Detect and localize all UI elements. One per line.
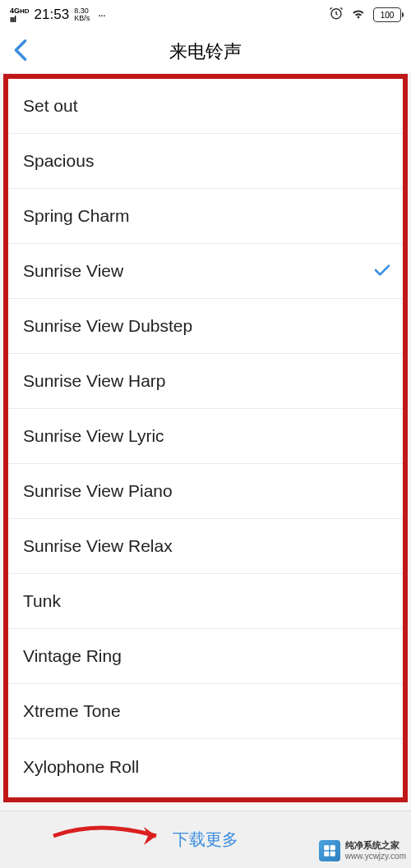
ringtone-item[interactable]: Sunrise View Harp <box>8 354 403 409</box>
ringtone-label: Set out <box>23 96 78 116</box>
ringtone-item[interactable]: Vintage Ring <box>8 629 403 684</box>
ringtone-item[interactable]: Spring Charm <box>8 189 403 244</box>
ringtone-label: Tunk <box>23 591 61 611</box>
ringtone-label: Sunrise View Dubstep <box>23 316 192 336</box>
ringtone-item[interactable]: Sunrise View Lyric <box>8 409 403 464</box>
watermark-text: 纯净系统之家 www.ycwjzy.com <box>345 840 406 861</box>
ringtone-item[interactable]: Sunrise View Dubstep <box>8 299 403 354</box>
nav-bar: 来电铃声 <box>0 30 411 74</box>
more-dots: ··· <box>98 8 105 21</box>
status-right: 100 <box>329 6 401 24</box>
watermark: 纯净系统之家 www.ycwjzy.com <box>319 840 406 861</box>
network-speed: 8.30 KB/s <box>74 7 90 22</box>
download-more-button[interactable]: 下载更多 <box>173 829 238 851</box>
ringtone-item[interactable]: Sunrise View Relax <box>8 519 403 574</box>
ringtone-item[interactable]: Sunrise View Piano <box>8 464 403 519</box>
battery-indicator: 100 <box>373 7 401 22</box>
status-left: 4GHD ıııl 21:53 8.30 KB/s ··· <box>10 6 105 24</box>
ringtone-item[interactable]: Sunrise View <box>8 244 403 299</box>
ringtone-label: Spring Charm <box>23 206 130 226</box>
ringtone-label: Xtreme Tone <box>23 701 121 721</box>
svg-rect-5 <box>330 852 335 857</box>
watermark-logo-icon <box>319 840 340 861</box>
ringtone-item[interactable]: Xylophone Roll <box>8 739 403 794</box>
ringtone-label: Spacious <box>23 151 94 171</box>
page-title: 来电铃声 <box>169 39 242 64</box>
back-button[interactable] <box>13 39 28 65</box>
highlighted-content-area: Set outSpaciousSpring CharmSunrise ViewS… <box>3 74 408 802</box>
ringtone-label: Sunrise View Relax <box>23 536 173 556</box>
svg-rect-4 <box>324 852 329 857</box>
wifi-icon <box>350 7 367 23</box>
clock-time: 21:53 <box>35 7 70 23</box>
signal-indicator: 4GHD ıııl <box>10 6 30 24</box>
ringtone-item[interactable]: Xtreme Tone <box>8 684 403 739</box>
alarm-icon <box>329 6 344 24</box>
ringtone-label: Xylophone Roll <box>23 757 139 777</box>
ringtone-list[interactable]: Set outSpaciousSpring CharmSunrise ViewS… <box>8 79 403 797</box>
ringtone-item[interactable]: Tunk <box>8 574 403 629</box>
ringtone-label: Sunrise View Piano <box>23 481 173 501</box>
ringtone-item[interactable]: Spacious <box>8 134 403 189</box>
ringtone-item[interactable]: Set out <box>8 79 403 134</box>
svg-rect-3 <box>330 845 335 850</box>
svg-rect-2 <box>324 845 329 850</box>
ringtone-label: Sunrise View Harp <box>23 371 166 391</box>
status-bar: 4GHD ıııl 21:53 8.30 KB/s ··· 100 <box>0 0 411 30</box>
checkmark-icon <box>373 261 391 281</box>
ringtone-label: Sunrise View Lyric <box>23 426 164 446</box>
ringtone-label: Vintage Ring <box>23 646 122 666</box>
ringtone-label: Sunrise View <box>23 261 123 281</box>
